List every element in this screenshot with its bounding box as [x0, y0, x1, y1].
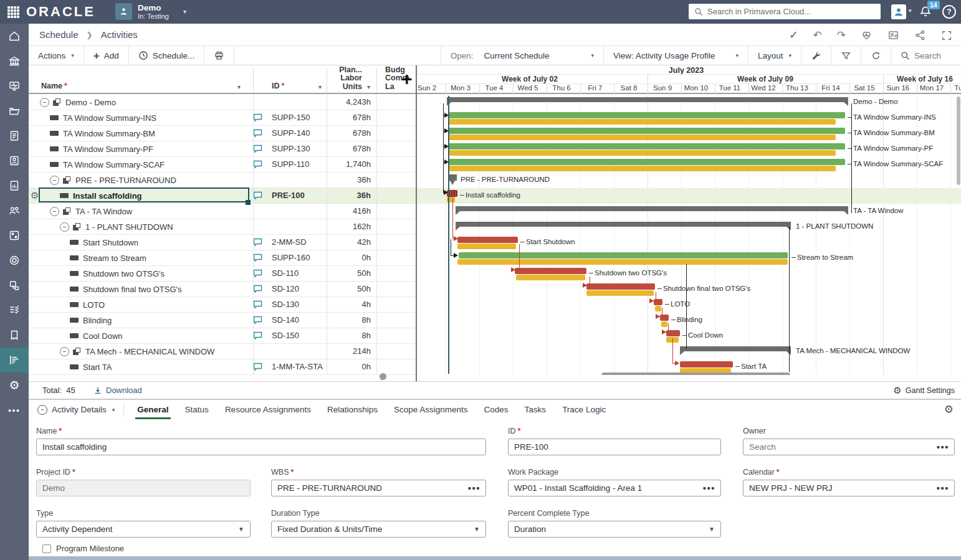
- comment-bubble-icon[interactable]: [253, 129, 262, 140]
- bottom-scrollbar[interactable]: [29, 556, 961, 560]
- table-row[interactable]: −Demo - Demo4,243h: [29, 95, 416, 110]
- redo-icon[interactable]: ↷: [837, 29, 846, 42]
- collapse-icon[interactable]: −: [50, 176, 59, 185]
- breadcrumb-schedule[interactable]: Schedule: [39, 29, 79, 40]
- gantt-bar-yellow2[interactable]: [448, 119, 836, 125]
- table-row[interactable]: TA Window Summary-BMSUPP-140678h: [29, 126, 416, 141]
- lookup-ellipsis-icon[interactable]: •••: [937, 442, 949, 452]
- nav-resources-icon[interactable]: [0, 198, 29, 223]
- gantt-bar-flag[interactable]: [448, 174, 457, 181]
- owner-input[interactable]: [743, 442, 954, 452]
- grid-search[interactable]: Search: [891, 46, 961, 65]
- gantt-bar-summary[interactable]: [456, 206, 848, 211]
- duration-type-select[interactable]: Fixed Duration & Units/Time▼: [271, 521, 486, 538]
- gantt-row[interactable]: PRE - PRE-TURNAROUND: [417, 173, 961, 188]
- gantt-bar-green[interactable]: [448, 159, 845, 165]
- nav-scope-icon[interactable]: [0, 323, 29, 348]
- comment-bubble-icon[interactable]: [253, 300, 262, 311]
- table-row[interactable]: −TA - TA Window416h: [29, 204, 416, 219]
- table-row[interactable]: Stream to StreamSUPP-1600h: [29, 250, 416, 266]
- nav-reports-icon[interactable]: [0, 173, 29, 198]
- gantt-bar-yellow2[interactable]: [655, 306, 661, 311]
- gantt-bar-yellow2[interactable]: [586, 290, 654, 296]
- gantt-row[interactable]: TA Window Summary-PF: [417, 141, 961, 157]
- table-row[interactable]: BlindingSD-1408h: [29, 313, 416, 328]
- table-row[interactable]: −PRE - PRE-TURNAROUND36h: [29, 173, 416, 188]
- gantt-bar-yellow2[interactable]: [661, 321, 667, 327]
- nav-workflow-icon[interactable]: [0, 273, 29, 298]
- gantt-row[interactable]: TA Window Summary-INS: [417, 110, 961, 126]
- nav-tasks-icon[interactable]: [0, 298, 29, 323]
- global-search-input[interactable]: Search in Primavera Cloud...: [689, 4, 881, 19]
- gantt-row[interactable]: TA Mech - MECHANICAL WINDOW: [417, 344, 961, 359]
- collapse-icon[interactable]: −: [60, 222, 69, 232]
- gantt-vscrollbar[interactable]: [957, 97, 960, 185]
- comment-bubble-icon[interactable]: [253, 191, 262, 202]
- tab-relationships[interactable]: Relationships: [319, 400, 386, 419]
- gantt-row[interactable]: Stream to Stream: [417, 250, 961, 266]
- nav-portfolio-icon[interactable]: [0, 49, 29, 74]
- gantt-row[interactable]: Cool Down: [417, 328, 961, 344]
- table-row[interactable]: ⚙Install scaffoldingPRE-10036h: [29, 188, 416, 204]
- table-row[interactable]: −1 - PLANT SHUTDOWN162h: [29, 219, 416, 235]
- gantt-row[interactable]: Shutdown two OTSG's: [417, 266, 961, 282]
- gantt-row[interactable]: Start Shutdown: [417, 235, 961, 250]
- layout-dropdown[interactable]: Layout▾: [748, 46, 801, 65]
- table-row[interactable]: Start TA1-MM-TA-STA0h: [29, 359, 416, 375]
- table-row[interactable]: −TA Mech - MECHANICAL WINDOW214h: [29, 344, 416, 359]
- user-avatar[interactable]: [891, 4, 906, 19]
- gantt-bar-green[interactable]: [448, 112, 845, 118]
- nav-risk-icon[interactable]: [0, 223, 29, 248]
- tab-codes[interactable]: Codes: [476, 400, 517, 419]
- percent-complete-type-select[interactable]: Duration▼: [508, 521, 721, 538]
- app-grid-icon[interactable]: [7, 6, 19, 18]
- gantt-bar-yellow2[interactable]: [448, 135, 836, 140]
- gantt-bar-yellow2[interactable]: [448, 150, 836, 156]
- gantt-bar-red[interactable]: [586, 283, 655, 290]
- gantt-row[interactable]: TA - TA Window: [417, 204, 961, 219]
- table-row[interactable]: Start Shutdown2-MM-SD42h: [29, 235, 416, 250]
- customize-button[interactable]: [801, 46, 831, 65]
- print-button[interactable]: [204, 46, 234, 65]
- collapse-icon[interactable]: −: [60, 347, 69, 356]
- collapse-icon[interactable]: −: [40, 98, 49, 107]
- nav-objectives-icon[interactable]: [0, 248, 29, 273]
- gantt-row[interactable]: TA Window Summary-BM: [417, 126, 961, 141]
- column-header-name[interactable]: Name*: [41, 82, 67, 90]
- fullscreen-icon[interactable]: [941, 30, 952, 41]
- nav-home-icon[interactable]: [0, 24, 29, 49]
- gantt-bar-green[interactable]: [448, 128, 845, 134]
- tab-status[interactable]: Status: [177, 400, 217, 419]
- gantt-bar-yellow2[interactable]: [516, 275, 585, 280]
- nav-schedule-icon-active[interactable]: [0, 348, 29, 373]
- comment-bubble-icon[interactable]: [253, 145, 262, 155]
- table-row[interactable]: TA Window Summary-INSSUPP-150678h: [29, 110, 416, 126]
- gantt-row[interactable]: 1 - PLANT SHUTDOWN: [417, 219, 961, 235]
- avatar-caret-icon[interactable]: ▾: [909, 7, 912, 14]
- open-schedule-dropdown[interactable]: Open: Current Schedule▾: [441, 46, 603, 65]
- share-icon[interactable]: [914, 29, 926, 41]
- health-icon[interactable]: [861, 29, 873, 41]
- gantt-bar-yellow2[interactable]: [448, 166, 836, 171]
- lookup-ellipsis-icon[interactable]: •••: [703, 483, 715, 493]
- gantt-row[interactable]: Install scaffolding: [417, 188, 961, 204]
- gantt-bar-yellow2[interactable]: [457, 244, 516, 249]
- download-link[interactable]: Download: [93, 386, 142, 395]
- gantt-bar-red[interactable]: [515, 268, 586, 274]
- table-row[interactable]: TA Window Summary-PFSUPP-130678h: [29, 141, 416, 157]
- work-package-input[interactable]: [509, 483, 720, 493]
- tab-scope-assignments[interactable]: Scope Assignments: [386, 400, 476, 419]
- gantt-hscrollbar[interactable]: [601, 373, 790, 375]
- gantt-bar-red[interactable]: [457, 237, 518, 243]
- gantt-row[interactable]: Blinding: [417, 313, 961, 328]
- program-milestone-checkbox[interactable]: [42, 544, 51, 553]
- nav-contacts-icon[interactable]: [0, 148, 29, 173]
- table-row[interactable]: Cool DownSD-1508h: [29, 328, 416, 344]
- gantt-row[interactable]: Demo - Demo: [417, 95, 961, 110]
- gantt-bar-summary[interactable]: [447, 97, 848, 102]
- gantt-bar-green[interactable]: [459, 252, 788, 259]
- gantt-settings-button[interactable]: ⚙ Gantt Settings: [893, 385, 955, 396]
- grid-hscrollbar[interactable]: [380, 373, 386, 380]
- table-row[interactable]: Shutdown final two OTSG'sSD-12050h: [29, 282, 416, 297]
- nav-documents-icon[interactable]: [0, 123, 29, 148]
